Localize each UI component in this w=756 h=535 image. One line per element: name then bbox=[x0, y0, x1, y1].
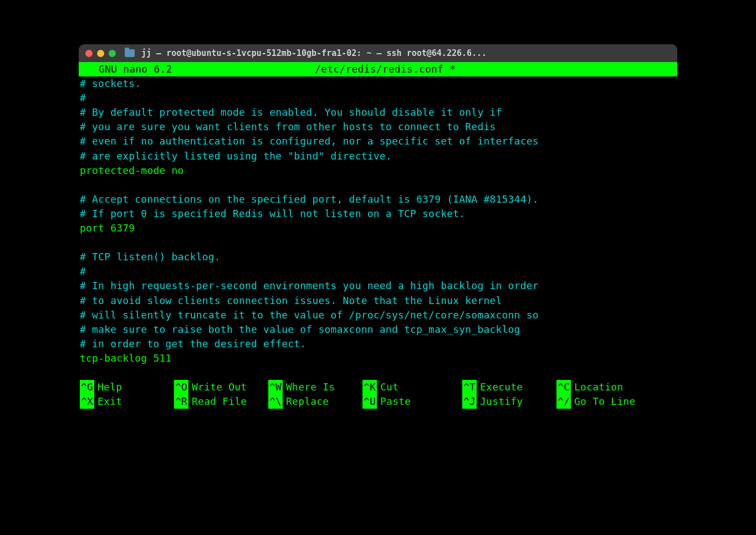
shortcut-item: ^KCut bbox=[362, 380, 462, 394]
shortcut-key: ^K bbox=[362, 380, 377, 394]
shortcut-item: ^JJustify bbox=[462, 394, 556, 409]
maximize-button[interactable] bbox=[109, 50, 116, 57]
shortcut-item: ^WWhere Is bbox=[268, 380, 362, 394]
editor-line[interactable]: # even if no authentication is configure… bbox=[80, 134, 676, 148]
shortcut-item: ^\Replace bbox=[268, 394, 362, 409]
shortcut-label: Paste bbox=[380, 394, 411, 409]
shortcut-label: Go To Line bbox=[574, 394, 635, 409]
editor-line[interactable] bbox=[80, 235, 676, 250]
shortcut-item: ^RRead File bbox=[174, 394, 268, 409]
nano-header: GNU nano 6.2 /etc/redis/redis.conf * bbox=[79, 62, 677, 76]
shortcut-key: ^X bbox=[80, 394, 94, 409]
traffic-lights bbox=[85, 50, 116, 57]
editor-line[interactable]: # Accept connections on the specified po… bbox=[80, 192, 676, 207]
editor-line[interactable] bbox=[80, 178, 676, 192]
editor-line[interactable]: # you are sure you want clients from oth… bbox=[80, 120, 676, 134]
editor-line[interactable]: # in order to get the desired effect. bbox=[80, 337, 676, 351]
shortcut-key: ^O bbox=[174, 380, 188, 394]
editor-line[interactable]: # to avoid slow clients connection issue… bbox=[80, 294, 676, 308]
shortcut-label: Write Out bbox=[192, 380, 247, 394]
editor-line[interactable]: # In high requests-per-second environmen… bbox=[80, 279, 676, 293]
editor-line[interactable]: # If port 0 is specified Redis will not … bbox=[80, 207, 676, 221]
shortcut-key: ^R bbox=[174, 394, 188, 409]
close-button[interactable] bbox=[85, 50, 93, 57]
shortcut-item: ^UPaste bbox=[362, 394, 462, 409]
terminal-content[interactable]: GNU nano 6.2 /etc/redis/redis.conf * # s… bbox=[79, 62, 677, 412]
folder-icon bbox=[125, 49, 135, 57]
shortcut-label: Cut bbox=[380, 380, 399, 394]
shortcut-label: Location bbox=[574, 380, 623, 394]
editor-line[interactable]: # By default protected mode is enabled. … bbox=[80, 105, 676, 120]
shortcut-label: Where Is bbox=[286, 380, 335, 394]
editor-line[interactable]: tcp-backlog 511 bbox=[80, 351, 676, 366]
shortcut-key: ^U bbox=[362, 394, 377, 409]
shortcut-key: ^W bbox=[268, 380, 283, 394]
editor-line[interactable]: # make sure to raise both the value of s… bbox=[80, 322, 676, 337]
editor-app-name: GNU nano 6.2 bbox=[80, 62, 172, 76]
shortcut-item: ^TExecute bbox=[462, 380, 556, 394]
shortcut-item: ^GHelp bbox=[80, 380, 174, 394]
shortcut-key: ^/ bbox=[556, 394, 571, 409]
editor-line[interactable]: # TCP listen() backlog. bbox=[80, 250, 676, 264]
shortcut-key: ^\ bbox=[268, 394, 283, 409]
editor-line[interactable]: port 6379 bbox=[80, 221, 676, 235]
shortcut-key: ^C bbox=[556, 380, 571, 394]
minimize-button[interactable] bbox=[97, 50, 104, 57]
editor-line[interactable]: # sockets. bbox=[80, 76, 676, 91]
shortcut-item: ^/Go To Line bbox=[556, 394, 656, 409]
shortcut-label: Justify bbox=[480, 394, 523, 409]
shortcut-key: ^J bbox=[462, 394, 477, 409]
shortcut-row-1: ^GHelp^OWrite Out^WWhere Is^KCut^TExecut… bbox=[80, 380, 676, 394]
shortcut-label: Read File bbox=[192, 394, 247, 409]
editor-line[interactable]: # bbox=[80, 264, 676, 279]
shortcut-item: ^OWrite Out bbox=[174, 380, 268, 394]
shortcut-item: ^CLocation bbox=[556, 380, 656, 394]
shortcut-label: Exit bbox=[98, 394, 122, 409]
editor-content[interactable]: # sockets.## By default protected mode i… bbox=[79, 76, 677, 366]
editor-file-path: /etc/redis/redis.conf * bbox=[172, 62, 676, 76]
shortcut-item: ^XExit bbox=[80, 394, 174, 409]
shortcut-key: ^T bbox=[462, 380, 477, 394]
editor-line[interactable]: # bbox=[80, 91, 676, 105]
shortcut-key: ^G bbox=[80, 380, 94, 394]
editor-line[interactable]: # are explicitly listed using the "bind"… bbox=[80, 149, 676, 163]
editor-line[interactable]: protected-mode no bbox=[80, 163, 676, 178]
shortcut-label: Replace bbox=[286, 394, 329, 409]
nano-shortcuts: ^GHelp^OWrite Out^WWhere Is^KCut^TExecut… bbox=[79, 380, 677, 412]
shortcut-label: Execute bbox=[480, 380, 523, 394]
shortcut-label: Help bbox=[98, 380, 122, 394]
terminal-window: jj — root@ubuntu-s-1vcpu-512mb-10gb-fra1… bbox=[79, 44, 677, 412]
shortcut-row-2: ^XExit^RRead File^\Replace^UPaste^JJusti… bbox=[80, 394, 676, 409]
editor-line[interactable]: # will silently truncate it to the value… bbox=[80, 308, 676, 322]
window-titlebar[interactable]: jj — root@ubuntu-s-1vcpu-512mb-10gb-fra1… bbox=[79, 44, 677, 62]
window-title: jj — root@ubuntu-s-1vcpu-512mb-10gb-fra1… bbox=[141, 48, 671, 58]
